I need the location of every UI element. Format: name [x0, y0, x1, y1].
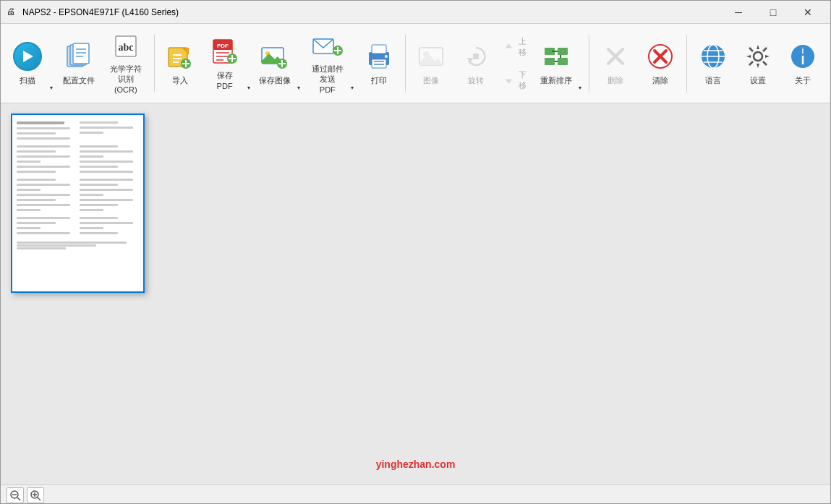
reorder-split-button[interactable]: 重新排序 ▾ [535, 29, 584, 98]
language-label: 语言 [705, 75, 721, 85]
reorder-label: 重新排序 [540, 75, 572, 85]
toolbar: 扫描 ▾ 配置文件 abc 光学字符识别(OCR) [1, 24, 830, 103]
move-up-button: 上移 [499, 31, 534, 63]
clear-icon [644, 40, 676, 72]
save-image-split-button[interactable]: 保存图像 ▾ [254, 29, 303, 98]
zoom-out-button[interactable] [7, 487, 24, 503]
email-label: 通过邮件发送PDF [310, 64, 345, 95]
status-bar [1, 484, 830, 504]
page-content [12, 115, 143, 291]
window-title: NAPS2 - EPSON4E971F (L4160 Series) [22, 7, 179, 17]
import-icon [164, 40, 196, 72]
main-content-area: yinghezhan.com [1, 103, 830, 484]
email-pdf-main-button[interactable]: 通过邮件发送PDF [304, 29, 349, 98]
svg-line-73 [38, 497, 41, 500]
move-down-label: 下移 [516, 69, 529, 90]
title-bar-left: 🖨 NAPS2 - EPSON4E971F (L4160 Series) [7, 7, 179, 18]
delete-button: 删除 [594, 29, 637, 98]
scan-main-button[interactable]: 扫描 [7, 29, 47, 98]
minimize-button[interactable]: ─ [722, 1, 755, 23]
print-icon [363, 40, 395, 72]
ocr-icon: abc [110, 32, 142, 61]
window-controls: ─ □ ✕ [722, 1, 824, 23]
move-buttons: 上移 下移 [499, 29, 534, 98]
svg-rect-50 [545, 58, 555, 65]
ocr-label: 光学字符识别(OCR) [107, 64, 145, 95]
scan-split-button[interactable]: 扫描 ▾ [7, 29, 56, 98]
svg-point-38 [385, 55, 388, 58]
config-label: 配置文件 [63, 75, 95, 85]
separator-4 [686, 35, 687, 93]
separator-2 [405, 35, 406, 93]
svg-marker-47 [506, 79, 512, 83]
config-button[interactable]: 配置文件 [57, 29, 101, 98]
about-icon: i [787, 40, 819, 72]
import-button[interactable]: 导入 [158, 29, 202, 98]
ocr-button[interactable]: abc 光学字符识别(OCR) [102, 29, 150, 98]
svg-line-70 [17, 497, 20, 500]
about-button[interactable]: i 关于 [781, 29, 824, 98]
clear-label: 清除 [652, 75, 668, 85]
move-down-button: 下移 [499, 64, 534, 96]
image-label: 图像 [423, 75, 439, 85]
save-pdf-main-button[interactable]: PDF 保存 PDF [203, 29, 244, 98]
scan-icon [12, 40, 43, 72]
app-icon: 🖨 [7, 7, 18, 18]
rotate-icon [460, 40, 492, 72]
language-icon [697, 40, 729, 72]
delete-icon [600, 40, 631, 72]
svg-text:PDF: PDF [217, 43, 229, 49]
separator-3 [589, 35, 589, 93]
maximize-button[interactable]: □ [757, 1, 790, 23]
print-button[interactable]: 打印 [357, 29, 401, 98]
reorder-dropdown-button[interactable]: ▾ [576, 29, 584, 98]
svg-point-65 [754, 52, 762, 61]
print-label: 打印 [371, 75, 387, 85]
svg-rect-49 [558, 48, 568, 55]
email-icon [312, 32, 344, 61]
save-image-dropdown-button[interactable]: ▾ [294, 29, 303, 98]
scan-label: 扫描 [20, 75, 35, 85]
svg-marker-46 [506, 43, 512, 48]
svg-rect-37 [372, 59, 386, 68]
settings-label: 设置 [750, 75, 766, 85]
watermark: yinghezhan.com [376, 458, 456, 470]
svg-marker-44 [467, 58, 473, 64]
email-pdf-split-button[interactable]: 通过邮件发送PDF ▾ [304, 29, 355, 98]
reorder-icon [540, 40, 572, 72]
separator-1 [154, 35, 155, 93]
delete-label: 删除 [608, 75, 623, 85]
save-pdf-dropdown-button[interactable]: ▾ [244, 29, 252, 98]
rotate-button: 旋转 [454, 29, 498, 98]
save-pdf-icon: PDF [209, 35, 241, 67]
save-pdf-label: 保存 PDF [208, 70, 241, 91]
reorder-main-button[interactable]: 重新排序 [535, 29, 576, 98]
scan-dropdown-button[interactable]: ▾ [47, 29, 56, 98]
svg-rect-51 [558, 58, 568, 65]
svg-text:abc: abc [118, 42, 133, 53]
import-label: 导入 [172, 75, 188, 85]
image-icon [415, 40, 447, 72]
settings-button[interactable]: 设置 [736, 29, 780, 98]
svg-text:i: i [802, 47, 804, 55]
rotate-label: 旋转 [468, 75, 484, 85]
about-label: 关于 [795, 75, 811, 85]
clear-button[interactable]: 清除 [639, 29, 682, 98]
zoom-in-button[interactable] [27, 487, 44, 503]
svg-rect-45 [473, 54, 479, 59]
settings-icon [742, 40, 774, 72]
email-dropdown-button[interactable]: ▾ [349, 29, 355, 98]
title-bar: 🖨 NAPS2 - EPSON4E971F (L4160 Series) ─ □… [1, 1, 830, 24]
svg-rect-36 [372, 45, 386, 54]
move-up-label: 上移 [516, 36, 529, 57]
svg-rect-2 [73, 43, 89, 64]
language-button[interactable]: 语言 [691, 29, 735, 98]
close-button[interactable]: ✕ [791, 1, 824, 23]
image-button: 图像 [409, 29, 453, 98]
config-icon [63, 40, 95, 72]
save-pdf-split-button[interactable]: PDF 保存 PDF ▾ [203, 29, 252, 98]
save-image-icon [259, 40, 291, 72]
page-thumbnail[interactable] [11, 114, 145, 293]
save-image-main-button[interactable]: 保存图像 [254, 29, 294, 98]
save-image-label: 保存图像 [259, 75, 291, 85]
